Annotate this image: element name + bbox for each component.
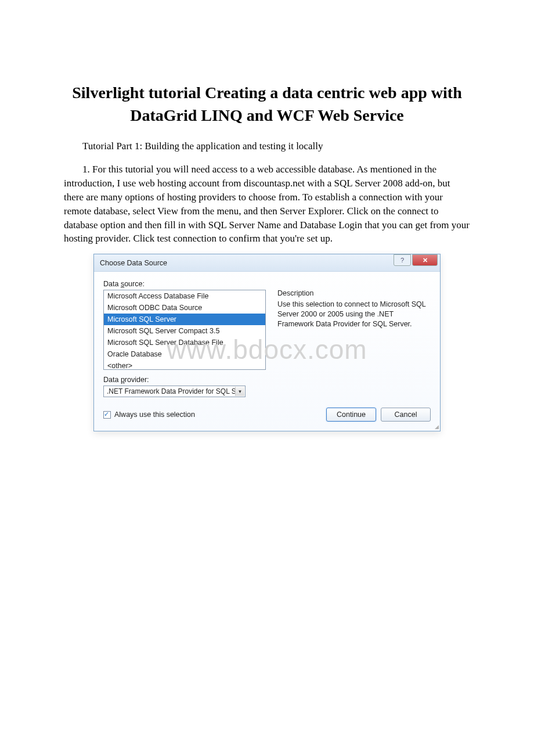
paragraph-1: 1. For this tutorial you will need acces… <box>64 163 470 246</box>
label-part: rovider: <box>125 376 149 384</box>
dialog-body: www.bdocx.com Data source: Microsoft Acc… <box>94 272 440 402</box>
list-item-selected[interactable]: Microsoft SQL Server <box>104 314 265 325</box>
continue-button[interactable]: Continue <box>326 408 376 422</box>
page-title: Silverlight tutorial Creating a data cen… <box>64 81 470 127</box>
dialog-footer: ✓ Always use this selection Continue Can… <box>94 402 440 431</box>
combobox-value: .NET Framework Data Provider for SQL S <box>107 387 236 395</box>
label-underline: u <box>139 411 143 419</box>
description-heading: Description <box>277 289 431 297</box>
subtitle-text: Tutorial Part 1: Building the applicatio… <box>82 141 470 152</box>
right-column: Description Use this selection to connec… <box>277 280 431 329</box>
label-part: ource: <box>124 280 145 288</box>
label-part: Always <box>114 411 139 419</box>
cancel-button[interactable]: Cancel <box>381 408 431 422</box>
checkmark-icon: ✓ <box>104 411 109 418</box>
label-underline: p <box>121 376 125 384</box>
list-item[interactable]: Microsoft SQL Server Database File <box>104 337 265 348</box>
close-button[interactable]: ✕ <box>412 254 438 266</box>
label-part: Data <box>103 280 121 288</box>
dialog-title: Choose Data Source <box>100 259 167 267</box>
data-source-listbox[interactable]: Microsoft Access Database File Microsoft… <box>103 290 266 370</box>
titlebar-buttons: ? ✕ <box>392 254 438 266</box>
chevron-down-icon[interactable]: ▼ <box>235 387 244 396</box>
list-item[interactable]: Microsoft ODBC Data Source <box>104 302 265 314</box>
label-part: Data <box>103 376 121 384</box>
list-item[interactable]: Oracle Database <box>104 348 265 360</box>
button-area: Continue Cancel <box>326 408 431 422</box>
choose-data-source-dialog: Choose Data Source ? ✕ www.bdocx.com Dat… <box>93 254 441 431</box>
dialog-titlebar: Choose Data Source ? ✕ <box>94 254 440 272</box>
list-item[interactable]: Microsoft SQL Server Compact 3.5 <box>104 325 265 337</box>
label-part: se this selection <box>143 411 195 419</box>
description-text: Use this selection to connect to Microso… <box>277 300 431 329</box>
always-use-label: Always use this selection <box>114 411 195 419</box>
data-provider-section: Data provider: .NET Framework Data Provi… <box>103 376 266 397</box>
data-provider-combobox[interactable]: .NET Framework Data Provider for SQL S ▼ <box>103 386 246 397</box>
data-provider-label: Data provider: <box>103 376 266 384</box>
always-use-checkbox-row[interactable]: ✓ Always use this selection <box>103 411 195 419</box>
left-column: Data source: Microsoft Access Database F… <box>103 280 266 397</box>
list-item[interactable]: <other> <box>104 360 265 370</box>
resize-grip-icon[interactable]: ◢ <box>435 424 439 430</box>
help-button[interactable]: ? <box>394 254 411 266</box>
list-item[interactable]: Microsoft Access Database File <box>104 290 265 302</box>
data-source-label: Data source: <box>103 280 266 288</box>
always-use-checkbox[interactable]: ✓ <box>103 411 111 419</box>
